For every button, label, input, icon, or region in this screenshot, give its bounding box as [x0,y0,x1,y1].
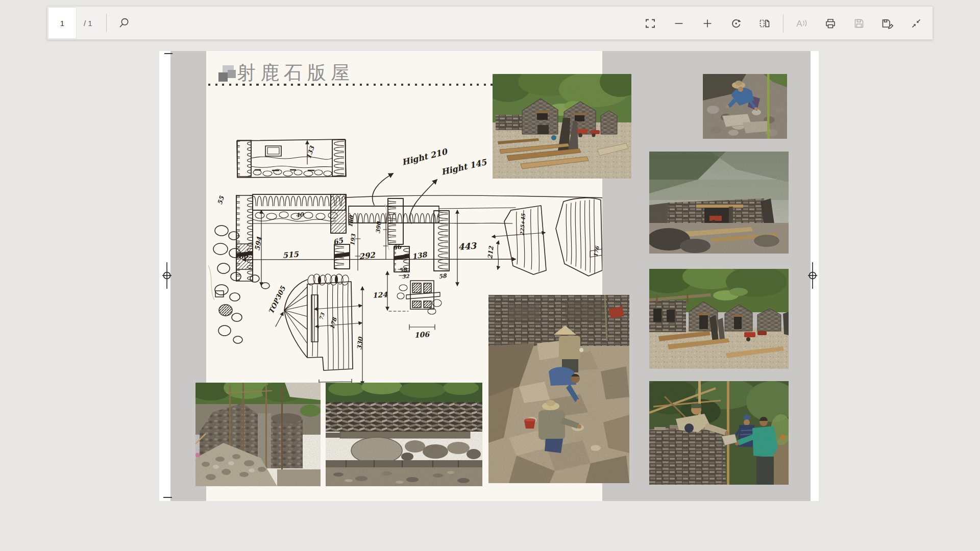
sketch-label: 178 [329,316,338,330]
sketch-label: 106 [414,330,430,339]
photo-construction-site [493,74,631,179]
zoom-in-icon [701,17,714,30]
registration-mark-right [805,260,820,291]
sketch-label: 515 [282,249,300,260]
photo-workers-slope [488,295,629,483]
trim-mark-bottom-left [163,497,172,498]
photo-workers-wall [649,381,789,485]
sketch-label: 193 [349,233,357,246]
photo-slate-wall [326,383,482,486]
collapse-icon [910,17,922,30]
print-icon [824,17,837,30]
sketch-label: 58 [438,272,448,280]
zoom-out-button[interactable] [665,9,693,38]
search-icon [118,17,130,29]
sketch-label: 330 [356,336,364,350]
sketch-label: 292 [359,251,377,261]
toolbar-divider [106,14,107,32]
page-number-input[interactable] [48,7,77,39]
registration-mark-left [159,260,175,291]
sketch-label: 55 [216,195,226,206]
sketch-label: 212 [486,245,495,259]
photo-misty-house [649,152,789,254]
photo-houses-yard [649,269,789,369]
read-aloud-button[interactable]: A [788,9,816,38]
zoom-in-button[interactable] [693,9,722,38]
sketch-label: 73 [318,312,326,320]
sketch-label: 124 [372,290,388,299]
search-button[interactable] [113,9,135,37]
sketch-label: 32 [402,273,410,280]
toolbar-left-group: / 1 [47,7,135,39]
pdf-viewer: / 1 [0,0,980,551]
save-as-edit-icon [881,17,894,30]
rotate-icon [730,17,742,30]
zoom-out-icon [673,17,685,30]
pdf-page: 射鹿石版屋 [159,51,819,501]
sketch-label: 58 [399,266,408,274]
sketch-label: Hight 145 [440,157,488,177]
trim-mark-top-left [164,53,173,54]
sketch-label: 40 [296,211,305,219]
fit-to-page-icon [644,17,656,30]
sketch-label: Hight 210 [401,146,449,167]
toolbar-divider [783,14,783,33]
photo-rubble-gable [195,383,321,486]
save-as-button[interactable] [873,9,902,38]
sketch-label: 443 [458,240,477,252]
read-aloud-icon: A [796,19,807,28]
collapse-button[interactable] [902,9,930,38]
page-view-button[interactable] [750,9,779,38]
pdf-toolbar: / 1 [47,6,933,40]
print-button[interactable] [816,9,845,38]
sketch-label: 225+45 [519,213,526,236]
save-icon [853,17,865,30]
fit-to-page-button[interactable] [636,9,665,38]
photo-worker-stones [703,74,787,139]
page-view-icon [758,17,771,30]
page-count-label: / 1 [84,19,92,28]
sketch-label: 390 [375,221,382,234]
save-button[interactable] [845,9,873,38]
toolbar-right-group: A [636,9,930,38]
sketch-label: 180 [347,215,355,228]
sketch-label: 594 [253,236,263,251]
rotate-button[interactable] [722,9,750,38]
